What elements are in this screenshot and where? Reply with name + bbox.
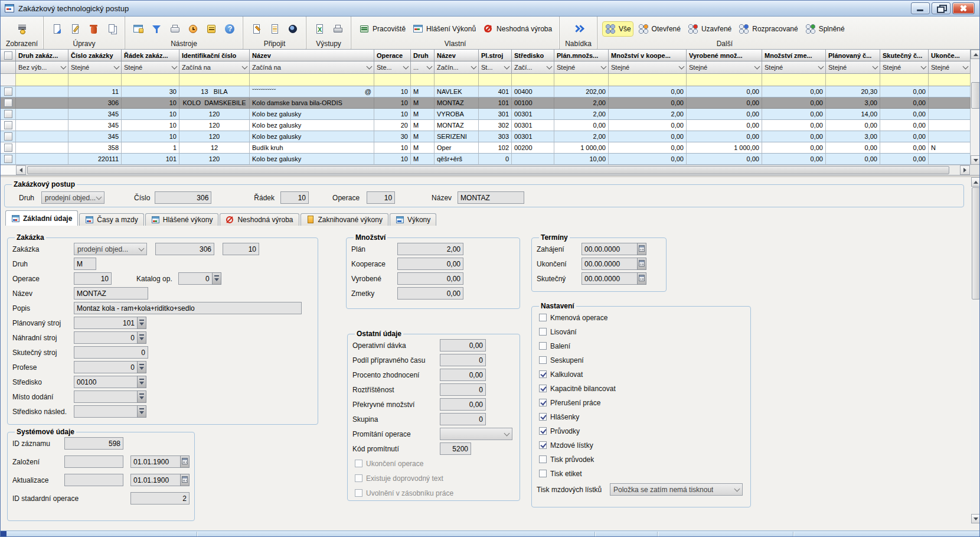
baleni-checkbox[interactable]: Balení (539, 342, 570, 350)
table-tools-button[interactable] (130, 22, 146, 36)
menu-chevron-button[interactable] (571, 22, 586, 36)
filter-input[interactable] (16, 74, 68, 86)
panel-scroll-down-button[interactable] (971, 514, 980, 523)
skutecny-field[interactable]: 00.00.0000 (582, 272, 638, 285)
mzdove-listky-checkbox[interactable]: Mzdové lístky (539, 441, 593, 450)
table-row[interactable]: 34510120Kolo bez galusky30MSERIZENI30300… (1, 131, 971, 142)
splnene-button[interactable]: Splněné (803, 22, 847, 36)
pruvodky-checkbox[interactable]: Průvodky (539, 427, 580, 435)
column-header[interactable]: Plánovaný č... (826, 50, 880, 61)
row-checkbox[interactable] (4, 99, 12, 107)
tab-zakladni-udaje[interactable]: Základní údaje (5, 210, 78, 226)
zalozeni-field[interactable] (64, 455, 123, 468)
nazev-field[interactable]: MONTAZ (458, 191, 524, 204)
hlaseni-vykonu-button[interactable]: Hlášení Výkonů (410, 22, 478, 36)
restore-button[interactable] (932, 2, 950, 14)
table-row[interactable]: 358112Budík kruh10MOper102002001 000,000… (1, 142, 971, 154)
pracoviste-button[interactable]: Pracoviště (357, 22, 407, 36)
select-all-checkbox[interactable] (1, 50, 16, 61)
tisk-pruvodek-checkbox[interactable]: Tisk průvodek (539, 455, 594, 464)
aktualizace-calendar-button[interactable] (180, 474, 190, 486)
stredisko-spinner[interactable] (137, 376, 146, 388)
kapacitne-bilancovat-checkbox[interactable]: Kapacitně bilancovat (539, 385, 616, 393)
filter-input[interactable] (687, 74, 762, 86)
katalog-op-field[interactable]: 0 (178, 272, 213, 285)
panel-vscroll-thumb[interactable] (972, 187, 980, 300)
tab-vykony[interactable]: Výkony (390, 213, 436, 226)
skupina-field[interactable]: 0 (440, 413, 486, 425)
radek-field[interactable]: 10 (280, 191, 309, 204)
preruseni-prace-checkbox[interactable]: Přerušení práce (539, 399, 600, 407)
row-checkbox[interactable] (4, 155, 12, 163)
planovany-stroj-spinner[interactable] (137, 317, 146, 329)
filter-input[interactable] (609, 74, 687, 86)
filter-dropdown[interactable]: Stejné (826, 61, 880, 74)
existuje-doprovodny-text-checkbox[interactable]: Existuje doprovodný text (355, 474, 443, 483)
filter-dropdown[interactable]: Začí... (512, 61, 554, 74)
filter-input[interactable] (512, 74, 554, 86)
vyrobene-field[interactable]: 0,00 (397, 272, 463, 285)
table-row[interactable]: 113013 BILAˇˇˇˇˇˇˇˇˇˇˇ@10MNAVLEK40100400… (1, 86, 971, 97)
filter-dropdown[interactable]: Začíná na (250, 61, 374, 74)
cislo-field[interactable]: 306 (155, 191, 211, 204)
popis-field[interactable]: Montaz kola - ram+kola+riditko+sedlo (74, 302, 302, 314)
column-header[interactable]: Množství zme... (762, 50, 826, 61)
druh-field[interactable]: M (74, 258, 96, 270)
filter-input[interactable] (435, 74, 479, 86)
scroll-right-button[interactable] (960, 165, 970, 175)
copy-record-button[interactable] (104, 22, 119, 36)
filter-input[interactable] (411, 74, 435, 86)
filter-dropdown[interactable]: Ste... (374, 61, 411, 74)
kmenova-operace-checkbox[interactable]: Kmenová operace (539, 314, 607, 322)
nahradni-stroj-field[interactable]: 0 (74, 331, 138, 344)
table-row[interactable]: 34510120Kolo bez galusky10MVYROBA3010030… (1, 109, 971, 120)
uvolneni-v-zasobniku-prace-checkbox[interactable]: Uvolnění v zásobníku práce (355, 489, 453, 497)
prekryvne-mnozstvi-field[interactable]: 0,00 (440, 398, 486, 411)
tab-hlasene-vykony[interactable]: Hlášené výkony (145, 213, 219, 226)
operace-field[interactable]: 10 (74, 272, 112, 285)
grid-horizontal-scrollbar[interactable] (1, 165, 971, 175)
rozpracovane-button[interactable]: Rozpracované (736, 22, 799, 36)
tab-casy-a-mzdy[interactable]: Časy a mzdy (79, 213, 143, 226)
filter-input[interactable] (929, 74, 971, 86)
filter-input[interactable] (826, 74, 880, 86)
seskupeni-checkbox[interactable]: Seskupení (539, 356, 584, 364)
lisovani-checkbox[interactable]: Lisování (539, 328, 577, 336)
filter-dropdown[interactable]: ... (411, 61, 435, 74)
grid-hscroll-thumb[interactable] (27, 166, 949, 174)
table-row[interactable]: 220111101120Kolo bez galusky10Mqěšr+ěrš0… (1, 154, 971, 165)
filter-input[interactable] (762, 74, 826, 86)
filter-button[interactable] (149, 22, 164, 36)
new-record-button[interactable] (49, 22, 64, 36)
aktualizace-field[interactable] (64, 474, 123, 486)
tab-zaknihovane-vykony[interactable]: Zaknihované výkony (300, 213, 388, 226)
skutecny-stroj-field[interactable]: 0 (74, 346, 148, 359)
nahradni-stroj-spinner[interactable] (137, 331, 146, 344)
column-header[interactable]: Středisko (512, 50, 554, 61)
id-zaznamu-field[interactable]: 598 (64, 437, 123, 450)
minimize-button[interactable] (911, 2, 930, 14)
zmetky-field[interactable]: 0,00 (397, 287, 463, 300)
ukonceni-calendar-button[interactable] (637, 258, 646, 270)
row-checkbox[interactable] (4, 110, 12, 118)
panel-scroll-up-button[interactable] (971, 177, 980, 187)
zalozeni-calendar-button[interactable] (180, 455, 190, 468)
preferences-button[interactable] (204, 22, 219, 36)
profese-field[interactable]: 0 (74, 361, 138, 373)
profese-spinner[interactable] (137, 361, 146, 373)
help-button[interactable] (222, 22, 237, 36)
kod-promitnuti-field[interactable]: 5200 (440, 442, 471, 455)
zakazka-druh-combo[interactable]: prodejní objed... (74, 243, 147, 255)
filter-dropdown[interactable]: Začín... (435, 61, 479, 74)
table-row[interactable]: 30610KOLO DAMSKEBILEKolo damske barva bi… (1, 97, 971, 109)
skutecny-calendar-button[interactable] (637, 272, 646, 285)
filter-input[interactable] (122, 74, 179, 86)
stredisko-nasled-spinner[interactable] (137, 405, 146, 418)
podil-pripravneho-casu-field[interactable]: 0 (440, 354, 486, 366)
vse-button[interactable]: Vše (603, 22, 633, 36)
row-checkbox[interactable] (4, 121, 12, 129)
attach-media-button[interactable] (285, 22, 300, 36)
excel-export-button[interactable] (312, 22, 327, 36)
close-button[interactable] (952, 2, 975, 14)
filter-input[interactable] (479, 74, 512, 86)
